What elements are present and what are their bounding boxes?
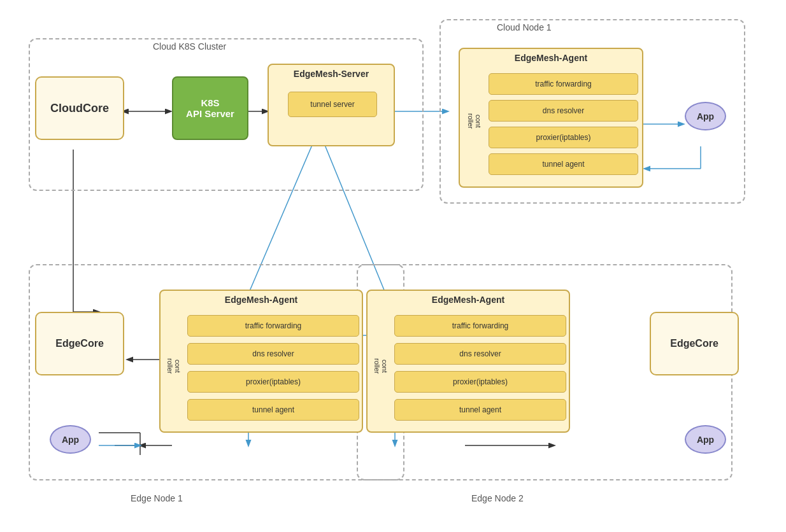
cloudcore-label: CloudCore (50, 102, 109, 115)
edgemesh-server-box: EdgeMesh-Server tunnel server (268, 64, 395, 146)
edge-agent1-title: EdgeMesh-Agent (161, 295, 362, 305)
cloud-agent-title: EdgeMesh-Agent (460, 53, 642, 63)
edge1-traffic-fwd: traffic forwarding (187, 315, 359, 337)
edge2-traffic-fwd: traffic forwarding (394, 315, 566, 337)
app-edge1: App (50, 425, 91, 454)
edgecore-right-label: EdgeCore (670, 338, 718, 349)
cloud-traffic-fwd: traffic forwarding (489, 73, 638, 95)
edge2-tunnel-agent: tunnel agent (394, 399, 566, 421)
edgecore-right-box: EdgeCore (650, 312, 739, 375)
edgecore-left-box: EdgeCore (35, 312, 124, 375)
cloud-dns-resolver: dns resolver (489, 100, 638, 122)
edge2-proxier: proxier(iptables) (394, 371, 566, 393)
edge1-controller-label: controller (164, 315, 183, 417)
app-edge2-label: App (697, 435, 714, 445)
edgemesh-server-title: EdgeMesh-Server (269, 69, 394, 79)
app-edge2: App (685, 425, 726, 454)
cloudcore-box: CloudCore (35, 76, 124, 140)
edge-agent1-box: EdgeMesh-Agent controller traffic forwar… (159, 290, 363, 433)
edgecore-left-label: EdgeCore (55, 338, 104, 349)
diagram-container: Cloud K8S Cluster Cloud Node 1 Edge Node… (0, 0, 786, 532)
k8s-api-box: K8S API Server (172, 76, 248, 140)
cloud-k8s-label: Cloud K8S Cluster (153, 41, 226, 52)
cloud-controller-label: controller (465, 73, 484, 169)
edge1-dns-resolver: dns resolver (187, 343, 359, 365)
app-edge1-label: App (62, 435, 79, 445)
k8s-api-label: K8S API Server (186, 97, 234, 119)
edge2-dns-resolver: dns resolver (394, 343, 566, 365)
edge-node1-label: Edge Node 1 (131, 493, 183, 503)
app-cloud-label: App (697, 111, 714, 122)
edge-agent2-box: EdgeMesh-Agent controller traffic forwar… (366, 290, 570, 433)
tunnel-server-box: tunnel server (288, 92, 377, 117)
edge1-tunnel-agent: tunnel agent (187, 399, 359, 421)
app-cloud: App (685, 102, 726, 130)
cloud-agent-box: EdgeMesh-Agent controller traffic forwar… (459, 48, 643, 188)
edge-node2-label: Edge Node 2 (471, 493, 524, 503)
cloud-proxier: proxier(iptables) (489, 127, 638, 148)
cloud-node1-label: Cloud Node 1 (497, 22, 552, 32)
cloud-tunnel-agent: tunnel agent (489, 153, 638, 175)
edge1-proxier: proxier(iptables) (187, 371, 359, 393)
edge-agent2-title: EdgeMesh-Agent (368, 295, 569, 305)
edge2-controller-label: controller (371, 315, 390, 417)
